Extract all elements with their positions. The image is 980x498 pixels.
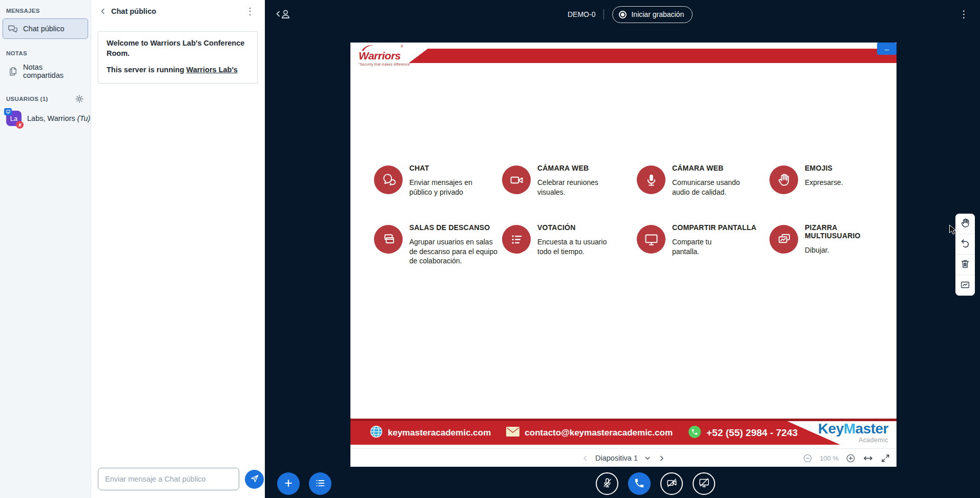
fullscreen-button[interactable] [881, 453, 890, 463]
phone-icon [634, 478, 645, 490]
hand-tool-icon [960, 217, 971, 231]
welcome-line2: This server is running Warriors Lab's [107, 65, 249, 75]
feature-webcam: CÁMARA WEB Celebrar reuniones visuales. [502, 164, 637, 197]
screen-share-off-icon [698, 477, 710, 490]
leave-audio-button[interactable] [628, 472, 651, 495]
messages-section-label: MENSAJES [6, 8, 91, 14]
brand-name: Warriors [359, 50, 401, 62]
undo-icon [960, 238, 971, 251]
clear-annotations-button[interactable] [955, 255, 975, 275]
trash-icon [960, 258, 971, 271]
users-section-header: USUARIOS (1) [6, 94, 85, 104]
fit-width-button[interactable] [863, 453, 873, 464]
previous-slide-button[interactable] [581, 454, 590, 463]
feature-audio: CÁMARA WEB Comunicarse usando audio de c… [637, 164, 769, 197]
avatar: La [6, 111, 22, 126]
welcome-line1: Welcome to Warriors Lab's Conference Roo… [107, 38, 249, 58]
list-icon [315, 478, 326, 490]
slide-footer-band: keymasteracademic.com contacto@keymaster… [350, 421, 840, 445]
presentation-area: DEMO-0 Iniciar grabación ⋮ Warriors® "Se… [265, 0, 980, 498]
email-text: contacto@keymasteracademic.com [525, 428, 673, 438]
feature-chat: CHAT Enviar mensajes en público y privad… [374, 164, 502, 197]
chat-panel-title: Chat público [111, 7, 156, 15]
mic-muted-icon [601, 477, 613, 490]
user-list-item[interactable]: La Labs, Warriors (Tu) [6, 111, 91, 126]
zoom-in-button[interactable] [846, 453, 856, 463]
chat-header: Chat público ⋮ [91, 0, 265, 23]
feature-emojis: EMOJIS Expresarse. [769, 164, 881, 197]
send-icon [249, 473, 260, 485]
presenter-screen-badge-icon [4, 108, 12, 115]
footer-accent-line [350, 419, 896, 421]
toggle-user-list-icon[interactable] [275, 8, 293, 22]
feature-breakout: SALAS DE DESCANSO Agrupar usuarios en sa… [374, 223, 502, 266]
recording-group: DEMO-0 Iniciar grabación [568, 6, 693, 23]
microphone-icon [637, 165, 665, 194]
webcam-off-icon [666, 477, 678, 490]
feature-screenshare: COMPARTIR PANTALLA Comparte tu pantalla. [637, 223, 769, 266]
zoom-controls: 100 % [803, 449, 890, 467]
warriors-logo: Warriors® "Security that makes differenc… [359, 45, 420, 66]
quick-action-buttons: + [277, 472, 331, 495]
slide-navigation: Diapositiva 1 [581, 449, 666, 467]
warriors-swoosh-icon [361, 45, 375, 51]
slide-number-label[interactable]: Diapositiva 1 [595, 454, 638, 462]
start-recording-button[interactable]: Iniciar grabación [612, 6, 693, 23]
options-kebab-icon[interactable]: ⋮ [956, 7, 972, 21]
keymaster-logo: KeyMaster Academic [818, 422, 888, 444]
actions-list-button[interactable] [309, 472, 331, 495]
sidebar-item-shared-notes[interactable]: Notas compartidas [3, 61, 88, 81]
phone-contact: +52 (55) 2984 - 7243 [688, 425, 798, 441]
chat-bubbles-icon [7, 23, 18, 34]
webcam-icon [502, 165, 531, 194]
website-contact: keymasteracademic.com [370, 425, 491, 441]
brand-tagline: "Security that makes difference" [359, 63, 420, 66]
meeting-title: DEMO-0 [568, 10, 595, 18]
feature-desc: Enviar mensajes en público y privado [409, 178, 486, 197]
zoom-out-button[interactable] [803, 453, 812, 463]
slide-dropdown-caret-icon[interactable] [643, 454, 652, 462]
chat-input-row [98, 468, 264, 490]
audio-video-controls [596, 472, 715, 495]
multi-user-whiteboard-icon [960, 279, 971, 292]
sidebar-item-public-chat[interactable]: Chat público [3, 18, 88, 39]
whiteboard-icon [769, 225, 798, 254]
avatar-initials: La [10, 115, 17, 122]
next-slide-button[interactable] [657, 454, 666, 463]
share-screen-button[interactable] [693, 472, 715, 495]
minimize-presentation-button[interactable]: – [877, 43, 896, 55]
manage-users-gear-icon[interactable] [74, 94, 85, 104]
multi-user-whiteboard-button[interactable] [955, 275, 975, 296]
chat-back-chevron-icon[interactable] [98, 7, 108, 16]
keymaster-logo-subtitle: Academic [818, 437, 888, 444]
undo-button[interactable] [955, 234, 975, 255]
user-name: Labs, Warriors (Tu) [27, 114, 90, 122]
share-webcam-button[interactable] [660, 472, 683, 495]
slide-canvas[interactable]: Warriors® "Security that makes differenc… [350, 43, 896, 448]
users-section-label: USUARIOS (1) [6, 96, 48, 102]
email-contact: contacto@keymasteracademic.com [506, 427, 673, 439]
phone-text: +52 (55) 2984 - 7243 [706, 427, 798, 439]
plus-icon: + [284, 476, 293, 490]
whiteboard-toolbar [955, 214, 975, 296]
presentation-toolbar: Diapositiva 1 100 % [350, 448, 896, 467]
actions-plus-button[interactable]: + [277, 472, 300, 495]
record-icon [619, 11, 627, 18]
chat-options-kebab-icon[interactable]: ⋮ [242, 6, 258, 17]
whatsapp-icon [688, 425, 701, 441]
feature-polling: VOTACIÓN Encuesta a tu usuario todo el t… [502, 223, 637, 266]
notes-section-label: NOTAS [6, 50, 91, 56]
you-tag: (Tu) [77, 114, 91, 122]
hand-tool-button[interactable] [955, 214, 975, 234]
screen-share-icon [637, 225, 665, 254]
chat-message-input[interactable] [98, 468, 239, 490]
server-link[interactable]: Warriors Lab's [186, 66, 238, 74]
chat-welcome-message: Welcome to Warriors Lab's Conference Roo… [98, 31, 258, 84]
sidebar-item-label: Chat público [23, 25, 65, 33]
send-message-button[interactable] [245, 470, 264, 489]
website-text: keymasteracademic.com [388, 428, 491, 438]
unmute-mic-button[interactable] [596, 472, 618, 495]
feature-title: CHAT [409, 164, 486, 172]
sidebar-item-label: Notas compartidas [23, 63, 84, 79]
mic-muted-badge-icon [16, 121, 24, 129]
